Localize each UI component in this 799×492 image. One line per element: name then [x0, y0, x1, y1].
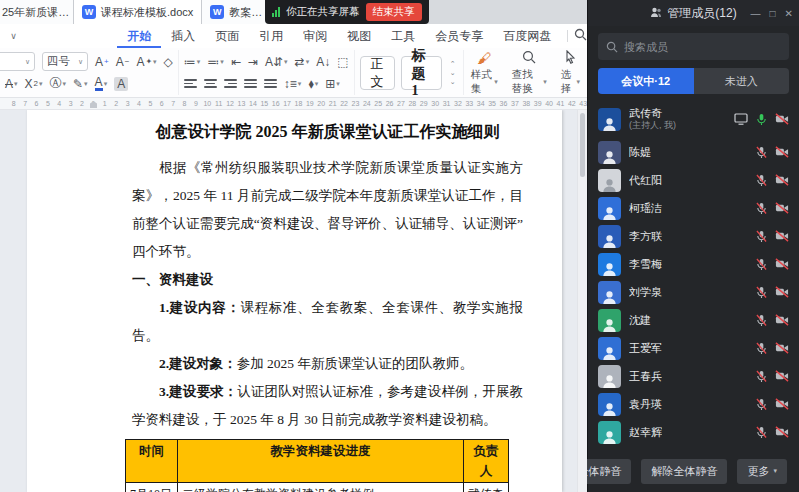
strikethrough-icon[interactable]: A▾: [5, 77, 18, 91]
screen-share-icon: [734, 113, 748, 125]
sort-icon[interactable]: A↓: [316, 55, 330, 69]
mic-off-icon[interactable]: [756, 314, 767, 327]
style-heading1[interactable]: 标题 1: [401, 56, 442, 90]
maximize-icon[interactable]: □: [770, 8, 776, 19]
member-row[interactable]: 王爱军: [588, 334, 799, 362]
camera-off-icon[interactable]: [775, 398, 789, 410]
mic-off-icon[interactable]: [756, 230, 767, 243]
member-row[interactable]: 代红阳: [588, 166, 799, 194]
menu-item[interactable]: 引用: [249, 24, 293, 48]
end-share-button[interactable]: 结束共享: [366, 3, 422, 21]
doc-tab-1[interactable]: 25年新质课… 💬 ✕: [0, 0, 74, 24]
panel-tabs: 会议中·12 未进入: [598, 68, 789, 94]
bullet-list-icon[interactable]: ≔▾: [184, 55, 201, 69]
camera-off-icon[interactable]: [775, 146, 789, 158]
camera-off-icon[interactable]: [775, 174, 789, 186]
increase-indent-icon[interactable]: ⇥: [248, 55, 258, 69]
camera-off-icon[interactable]: [775, 202, 789, 214]
clear-format-icon[interactable]: ◇: [164, 55, 173, 69]
mic-off-icon[interactable]: [756, 202, 767, 215]
document-page[interactable]: 创意设计学院 2025 年新质课堂认证工作实施细则 根据《常州纺织服装职业技术学…: [27, 110, 562, 492]
camera-off-icon[interactable]: [775, 113, 789, 125]
shading-icon[interactable]: ⬧▾: [308, 77, 318, 91]
member-row[interactable]: 李雪梅: [588, 250, 799, 278]
menu-item[interactable]: 工具: [381, 24, 425, 48]
mic-off-icon[interactable]: [756, 342, 767, 355]
font-name-combo[interactable]: ∨: [0, 52, 35, 71]
numbered-list-icon[interactable]: ≕▾: [207, 55, 224, 69]
style-set-button[interactable]: 🖌 样式集▾: [464, 50, 505, 96]
camera-off-icon[interactable]: [775, 314, 789, 326]
member-row[interactable]: 刘学泉: [588, 278, 799, 306]
camera-off-icon[interactable]: [775, 342, 789, 354]
camera-off-icon[interactable]: [775, 426, 789, 438]
find-replace-button[interactable]: 查找替换▾: [505, 50, 554, 96]
search-icon[interactable]: [574, 28, 587, 44]
borders-icon[interactable]: ⊞▾: [325, 77, 340, 91]
vertical-scrollbar[interactable]: [577, 110, 587, 492]
minimize-icon[interactable]: —: [751, 8, 761, 19]
mic-off-icon[interactable]: [756, 258, 767, 271]
font-color-icon[interactable]: A▾: [95, 77, 108, 91]
menu-item[interactable]: 百度网盘: [493, 24, 561, 48]
char-shading-icon[interactable]: A: [114, 77, 128, 91]
member-row[interactable]: 武传奇 (主持人, 我): [588, 100, 799, 138]
camera-off-icon[interactable]: [775, 230, 789, 242]
member-search-box[interactable]: [598, 33, 789, 60]
text-effects-icon[interactable]: A✦▾: [136, 55, 156, 69]
menu-item[interactable]: 插入: [161, 24, 205, 48]
increase-font-icon[interactable]: A+: [95, 55, 109, 69]
align-distribute-icon[interactable]: [264, 79, 277, 88]
highlight-pen-icon[interactable]: ✎▾: [73, 77, 88, 91]
camera-off-icon[interactable]: [775, 286, 789, 298]
style-normal[interactable]: 正文: [360, 56, 395, 90]
mic-off-icon[interactable]: [756, 398, 767, 411]
scrollbar-thumb[interactable]: [580, 113, 585, 177]
show-marks-icon[interactable]: ⬚: [337, 55, 348, 69]
member-row[interactable]: 李方联: [588, 222, 799, 250]
member-row[interactable]: 沈建: [588, 306, 799, 334]
close-icon[interactable]: ✕: [785, 8, 793, 19]
select-button[interactable]: 选择▾: [554, 50, 587, 96]
mic-off-icon[interactable]: [756, 426, 767, 439]
superscript-icon[interactable]: X2▾: [25, 77, 43, 91]
decrease-indent-icon[interactable]: ⇤: [231, 55, 241, 69]
style-gallery-arrows[interactable]: ⌃⌄⌄: [448, 60, 458, 86]
chevron-down-icon[interactable]: ∨: [6, 31, 21, 41]
tab-not-joined[interactable]: 未进入: [694, 68, 790, 94]
mic-off-icon[interactable]: [756, 146, 767, 159]
decrease-font-icon[interactable]: A−: [116, 55, 130, 69]
mic-on-icon[interactable]: [756, 113, 767, 126]
menu-item[interactable]: 页面: [205, 24, 249, 48]
member-row[interactable]: 王春兵: [588, 362, 799, 390]
pinyin-guide-icon[interactable]: Ⓐ▾: [50, 75, 67, 92]
camera-off-icon[interactable]: [775, 370, 789, 382]
horizontal-ruler[interactable]: 8765432112345678910111213141516171819202…: [0, 98, 587, 110]
member-row[interactable]: 陈媞: [588, 138, 799, 166]
member-row[interactable]: 赵幸辉: [588, 418, 799, 446]
camera-off-icon[interactable]: [775, 258, 789, 270]
line-spacing-icon[interactable]: ↕≡▾: [284, 77, 302, 91]
menu-item[interactable]: 会员专享: [425, 24, 493, 48]
ltr-rtl-icon[interactable]: ⇄▾: [295, 55, 310, 69]
align-right-icon[interactable]: [224, 79, 237, 88]
align-justify-icon[interactable]: [244, 79, 257, 88]
member-name: 柯瑶洁: [629, 202, 662, 215]
align-center-icon[interactable]: [204, 79, 217, 88]
member-search-input[interactable]: [624, 41, 781, 53]
menu-item[interactable]: 视图: [337, 24, 381, 48]
more-button[interactable]: 更多▾: [737, 459, 787, 484]
member-row[interactable]: 柯瑶洁: [588, 194, 799, 222]
tab-in-meeting[interactable]: 会议中·12: [598, 68, 694, 94]
font-size-combo[interactable]: 四号∨: [42, 52, 88, 71]
unmute-all-button[interactable]: 解除全体静音: [641, 459, 727, 484]
menu-item[interactable]: 开始: [117, 24, 161, 48]
member-row[interactable]: 袁丹瑛: [588, 390, 799, 418]
mic-off-icon[interactable]: [756, 286, 767, 299]
align-left-icon[interactable]: [184, 79, 197, 88]
doc-tab-2[interactable]: W 课程标准模板.docx: [74, 0, 202, 24]
text-direction-icon[interactable]: A⇵▾: [265, 55, 288, 69]
mic-off-icon[interactable]: [756, 370, 767, 383]
mic-off-icon[interactable]: [756, 174, 767, 187]
menu-item[interactable]: 审阅: [293, 24, 337, 48]
